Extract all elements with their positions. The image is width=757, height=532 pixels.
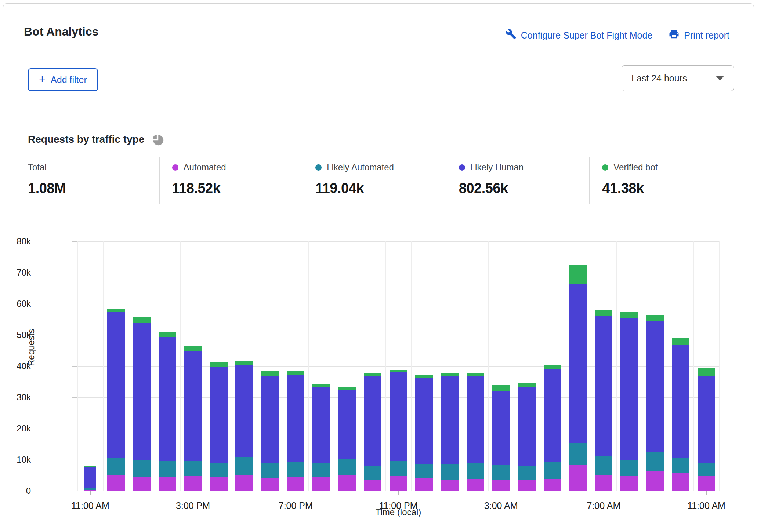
stacked-bar (544, 365, 561, 491)
bar-segment-likely-human (364, 376, 381, 466)
v-gridline (180, 241, 181, 491)
bar-segment-likely-human (698, 376, 715, 464)
stat-value: 118.52k (172, 181, 303, 196)
y-tick-label: 80k (3, 236, 31, 247)
bar-segment-automated (518, 480, 536, 491)
bar-segment-verified-bot (595, 310, 612, 316)
bar-segment-automated (235, 475, 253, 491)
stacked-bar (620, 312, 638, 491)
stacked-bar (159, 332, 176, 491)
h-gridline (77, 273, 719, 273)
configure-super-bot-fight-mode-link[interactable]: Configure Super Bot Fight Mode (506, 29, 653, 42)
header-links: Configure Super Bot Fight Mode Print rep… (506, 29, 729, 42)
print-link-label: Print report (684, 30, 729, 41)
bar-segment-verified-bot (698, 368, 715, 375)
bar-segment-likely-automated (518, 466, 536, 480)
v-gridline (668, 241, 668, 491)
bar-segment-likely-automated (133, 460, 151, 477)
bar-segment-automated (133, 477, 151, 491)
stat-automated[interactable]: Automated118.52k (160, 157, 303, 204)
bar-segment-automated (595, 475, 612, 491)
stacked-bar (415, 375, 433, 491)
v-gridline (129, 241, 129, 491)
v-gridline (488, 241, 489, 491)
legend-dot (459, 164, 465, 171)
y-tick-label: 70k (3, 267, 31, 278)
stacked-bar (569, 265, 587, 491)
stacked-bar (184, 346, 202, 491)
add-filter-button[interactable]: + Add filter (28, 68, 98, 91)
stat-verified-bot[interactable]: Verified bot41.38k (590, 157, 733, 204)
bar-segment-automated (441, 480, 459, 491)
h-gridline (77, 241, 719, 242)
stat-likely-automated[interactable]: Likely Automated119.04k (303, 157, 446, 204)
add-filter-label: Add filter (51, 74, 87, 85)
bar-segment-likely-automated (620, 460, 638, 476)
bar-segment-verified-bot (184, 346, 202, 351)
bar-segment-verified-bot (492, 385, 510, 391)
stacked-bar (133, 317, 151, 491)
bar-segment-likely-automated (492, 465, 510, 480)
page-title: Bot Analytics (24, 25, 98, 39)
bar-segment-likely-human (261, 376, 279, 463)
v-gridline (308, 241, 309, 491)
bar-segment-automated (467, 479, 484, 491)
stacked-bar (338, 387, 356, 491)
bar-segment-likely-human (415, 378, 433, 464)
bar-segment-verified-bot (415, 375, 433, 378)
stat-likely-human[interactable]: Likely Human802.56k (446, 157, 590, 204)
stacked-bar (518, 383, 536, 491)
y-tick (72, 366, 77, 367)
legend-dot (602, 164, 608, 171)
v-gridline (283, 241, 283, 491)
bar-segment-likely-automated (646, 452, 664, 471)
v-gridline (232, 241, 232, 491)
legend-dot (172, 164, 178, 171)
bar-segment-likely-automated (184, 461, 202, 476)
bar-segment-likely-automated (235, 457, 253, 475)
print-report-link[interactable]: Print report (669, 29, 729, 42)
y-tick (72, 397, 77, 398)
bar-segment-likely-automated (415, 464, 433, 478)
v-gridline (693, 241, 694, 491)
x-tick (501, 491, 501, 495)
bar-segment-likely-automated (107, 458, 125, 475)
v-gridline (103, 241, 104, 491)
y-tick (72, 335, 77, 335)
v-gridline (77, 241, 78, 491)
wrench-icon (506, 29, 517, 42)
y-tick-label: 50k (3, 330, 31, 340)
bar-segment-verified-bot (441, 373, 459, 376)
v-gridline (463, 241, 463, 491)
bar-segment-verified-bot (210, 362, 228, 367)
bar-segment-automated (312, 477, 330, 491)
time-range-select[interactable]: Last 24 hours (622, 65, 734, 91)
x-axis-title: Time (local) (77, 507, 719, 517)
y-tick-label: 0 (3, 486, 31, 496)
y-tick (72, 273, 77, 273)
stacked-bar (595, 310, 612, 491)
y-tick (72, 241, 77, 242)
bar-segment-verified-bot (338, 387, 356, 390)
configure-link-label: Configure Super Bot Fight Mode (521, 30, 653, 41)
stacked-bar (441, 373, 459, 491)
x-tick (90, 491, 91, 495)
bar-segment-likely-human (467, 376, 484, 463)
bar-segment-automated (492, 480, 510, 491)
stacked-bar (364, 373, 381, 491)
bar-segment-automated (338, 475, 356, 491)
stats-row: Total1.08MAutomated118.52kLikely Automat… (28, 157, 733, 204)
bar-segment-likely-human (646, 321, 664, 453)
stacked-bar (107, 309, 125, 491)
bar-segment-automated (364, 480, 381, 491)
y-tick (72, 429, 77, 429)
bar-segment-likely-automated (287, 462, 304, 477)
bar-segment-likely-human (595, 316, 612, 456)
bar-segment-verified-bot (390, 370, 407, 372)
bar-segment-automated (415, 478, 433, 491)
stacked-bar (698, 368, 715, 491)
v-gridline (642, 241, 642, 491)
stacked-bar (287, 371, 304, 491)
bar-segment-likely-human (133, 323, 151, 460)
section-title: Requests by traffic type (28, 134, 144, 145)
